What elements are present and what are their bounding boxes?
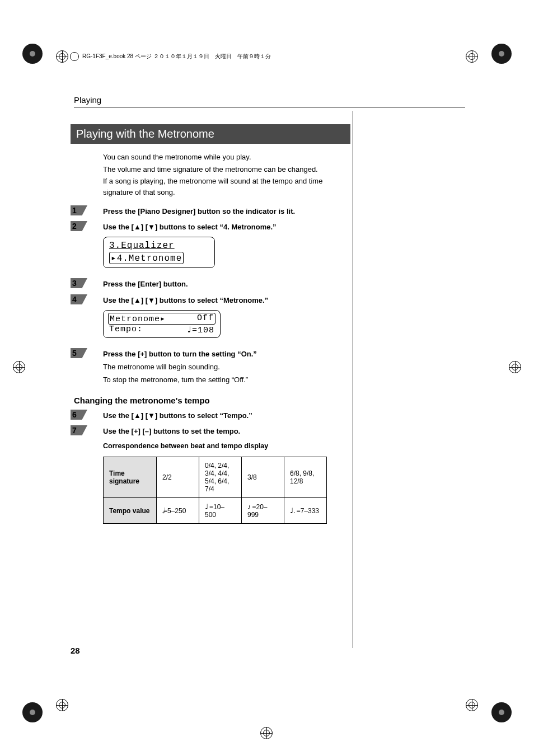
clock-icon: [70, 52, 79, 61]
registration-mark-icon: [13, 361, 25, 373]
step-instruction: Use the [▲] [▼] buttons to select “Tempo…: [103, 411, 465, 421]
table-cell: 0/4, 2/4, 3/4, 4/4, 5/4, 6/4, 7/4: [199, 457, 242, 498]
lcd-line-selected: ▸4.Metronome: [109, 252, 184, 264]
step-row: 5 Press the [+] button to turn the setti…: [71, 348, 465, 386]
intro-line: You can sound the metronome while you pl…: [103, 152, 352, 163]
step-note: To stop the metronome, turn the setting …: [103, 374, 465, 386]
step-number-badge: 2: [71, 221, 82, 231]
section-title: Playing: [74, 95, 465, 107]
dotted-quarter-note-icon: ♩.: [290, 506, 296, 515]
step-instruction: Use the [▲] [▼] buttons to select “Metro…: [103, 295, 465, 306]
step-row: 1 Press the [Piano Designer] button so t…: [71, 205, 465, 217]
step-instruction: Use the [+] [–] buttons to set the tempo…: [103, 426, 465, 436]
print-disc-icon: [22, 702, 43, 722]
lcd-screen: Metronome▸ Off Tempo: ♩=108: [103, 310, 221, 338]
step-note: The metronome will begin sounding.: [103, 361, 465, 373]
running-header-text: RG-1F3F_e.book 28 ページ ２０１０年１月１９日 火曜日 午前９…: [82, 53, 271, 60]
table-header-cell: Tempo value: [104, 498, 157, 524]
eighth-note-icon: ♪: [247, 503, 251, 511]
step-number-badge: 7: [71, 425, 82, 435]
table-cell: 3/8: [242, 457, 284, 498]
intro-line: The volume and time signature of the met…: [103, 164, 352, 175]
tempo-range: =7–333: [297, 507, 319, 515]
registration-mark-icon: [56, 699, 68, 711]
step-instruction: Use the [▲] [▼] buttons to select “4. Me…: [103, 222, 465, 232]
lcd-line: 3.Equalizer: [109, 241, 175, 251]
lcd-field-label: Metronome▸: [110, 313, 166, 324]
step-instruction: Press the [Piano Designer] button so the…: [103, 206, 465, 217]
table-row: Time signature 2/2 0/4, 2/4, 3/4, 4/4, 5…: [104, 457, 327, 498]
page-number: 28: [71, 646, 80, 655]
lcd-field-label: Tempo:: [109, 325, 143, 335]
table-caption: Correspondence between beat and tempo di…: [103, 442, 465, 450]
intro-block: You can sound the metronome while you pl…: [103, 152, 352, 198]
heading-bar: Playing with the Metronome: [71, 124, 350, 144]
registration-mark-icon: [56, 50, 68, 63]
tempo-table: Time signature 2/2 0/4, 2/4, 3/4, 4/4, 5…: [103, 457, 327, 524]
step-number-badge: 6: [71, 410, 82, 420]
tempo-range: =5–250: [163, 507, 186, 515]
step-instruction: Press the [Enter] button.: [103, 279, 465, 289]
column-divider: [353, 111, 353, 648]
print-disc-icon: [22, 44, 43, 64]
print-disc-icon: [491, 702, 512, 722]
lcd-field-value: Off: [197, 313, 214, 324]
step-number-badge: 3: [71, 278, 82, 288]
step-row: 4 Use the [▲] [▼] buttons to select “Met…: [71, 294, 465, 344]
registration-mark-icon: [466, 699, 478, 711]
table-cell: 𝅗𝅥=5–250: [157, 498, 199, 524]
registration-mark-icon: [260, 727, 273, 739]
quarter-note-icon: ♩: [205, 503, 208, 511]
table-row: Tempo value 𝅗𝅥=5–250 ♩=10–500 ♪=20–999 ♩…: [104, 498, 327, 524]
lcd-field-value: ♩=108: [186, 325, 214, 335]
registration-mark-icon: [509, 361, 521, 373]
step-row: 6 Use the [▲] [▼] buttons to select “Tem…: [71, 410, 465, 421]
step-row: 2 Use the [▲] [▼] buttons to select “4. …: [71, 221, 465, 274]
step-number-badge: 1: [71, 205, 82, 215]
table-cell: ♩=10–500: [199, 498, 242, 524]
step-instruction: Press the [+] button to turn the setting…: [103, 349, 465, 359]
table-header-cell: Time signature: [104, 457, 157, 498]
intro-line: If a song is playing, the metronome will…: [103, 176, 352, 198]
lcd-screen: 3.Equalizer ▸4.Metronome: [103, 237, 215, 268]
table-cell: 2/2: [157, 457, 199, 498]
print-disc-icon: [491, 44, 512, 64]
step-number-badge: 5: [71, 348, 82, 358]
table-cell: 6/8, 9/8, 12/8: [284, 457, 327, 498]
table-cell: ♩.=7–333: [284, 498, 327, 524]
step-number-badge: 4: [71, 294, 82, 304]
step-row: 3 Press the [Enter] button.: [71, 278, 465, 289]
registration-mark-icon: [466, 50, 478, 63]
running-header: RG-1F3F_e.book 28 ページ ２０１０年１月１９日 火曜日 午前９…: [70, 52, 271, 61]
table-cell: ♪=20–999: [242, 498, 284, 524]
step-row: 7 Use the [+] [–] buttons to set the tem…: [71, 425, 465, 436]
subheading: Changing the metronome's tempo: [74, 396, 465, 405]
